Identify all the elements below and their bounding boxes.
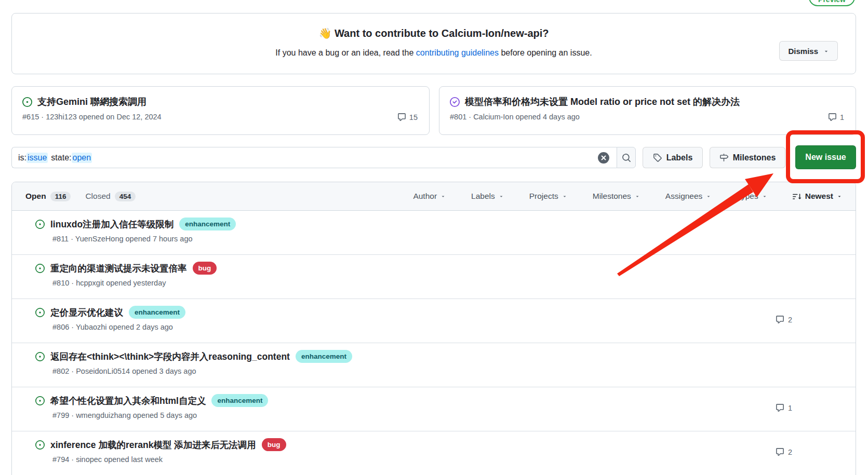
filter-milestones[interactable]: Milestones [593,192,640,201]
search-icon [622,153,631,162]
comment-count[interactable]: 2 [776,447,792,456]
comment-icon [828,113,837,121]
milestone-icon [719,153,728,162]
issue-title[interactable]: 重定向的渠道测试提示未设置倍率 [50,262,187,275]
issue-label-enhancement[interactable]: enhancement [296,350,352,363]
closed-count-badge: 454 [115,192,136,201]
filter-assignees[interactable]: Assignees [665,192,712,201]
comment-count[interactable]: 1 [776,403,792,412]
filter-author[interactable]: Author [413,192,446,201]
banner-subtitle: If you have a bug or an idea, read the c… [12,48,856,58]
closed-issues-tab[interactable]: Closed 454 [85,192,136,201]
issue-title[interactable]: 定价显示优化建议 [50,306,123,319]
milestones-button[interactable]: Milestones [710,147,785,168]
new-issue-button[interactable]: New issue [795,145,856,169]
open-count-badge: 116 [50,192,71,201]
pinned-issue-meta: #615 · 123hi123 opened on Dec 12, 2024 [22,113,419,121]
banner-subtitle-before: If you have a bug or an idea, read the [275,48,416,57]
comment-icon [776,447,784,456]
search-qualifier: state: [51,153,71,162]
chevron-down-icon [499,194,504,199]
filter-label: Projects [529,192,558,201]
issue-open-icon [22,97,32,107]
banner-subtitle-after: before opening an issue. [499,48,592,57]
preview-button[interactable]: Preview [809,0,855,6]
pinned-issue-card[interactable]: 模型倍率和价格均未设置 Model ratio or price not set… [439,86,856,135]
open-issues-tab[interactable]: Open 116 [25,192,71,201]
issue-label-enhancement[interactable]: enhancement [129,306,185,319]
labels-button-label: Labels [666,153,693,162]
issue-open-icon [35,308,45,317]
issue-label-enhancement[interactable]: enhancement [179,218,236,230]
pinned-issue-meta: #801 · Calcium-Ion opened 4 days ago [450,113,845,121]
comment-icon [397,113,406,121]
issue-title[interactable]: 希望个性化设置加入其余和html自定义 [50,395,206,407]
search-button[interactable] [617,147,636,168]
dismiss-label: Dismiss [788,47,818,56]
issue-label-enhancement[interactable]: enhancement [211,394,268,407]
search-input[interactable]: is:issuestate:open [11,147,617,168]
issue-row[interactable]: 定价显示优化建议 enhancement #806 · Yubaozhi ope… [12,299,856,343]
comment-count-value: 1 [788,404,792,412]
issue-label-bug[interactable]: bug [262,438,286,451]
pinned-issue-card[interactable]: 支持Gemini 聯網搜索調用 #615 · 123hi123 opened o… [11,86,430,135]
banner-title: 👋 Want to contribute to Calcium-Ion/new-… [12,27,856,39]
comment-count-value: 1 [840,113,844,121]
comment-count-value: 15 [409,113,418,121]
comment-count-value: 2 [788,448,792,456]
issue-open-icon [35,396,45,405]
search-qualifier: is: [18,153,26,162]
contributing-guidelines-link[interactable]: contributing guidelines [416,48,499,57]
issue-row[interactable]: 重定向的渠道测试提示未设置倍率 bug #810 · hcppxgit open… [12,255,856,299]
pinned-issue-title[interactable]: 模型倍率和价格均未设置 Model ratio or price not set… [465,96,740,108]
comment-count[interactable]: 2 [776,315,792,324]
chevron-down-icon [635,194,640,199]
issue-title[interactable]: xinference 加载的rerank模型 添加进来后无法调用 [50,439,256,451]
issue-meta: #811 · YuenSzeHong opened 7 hours ago [52,235,856,243]
issue-open-icon [35,440,45,450]
issue-row[interactable]: 返回存在<think><\think>字段内容并入reasoning_conte… [12,343,856,387]
comment-count[interactable]: 15 [397,113,418,121]
issue-label-bug[interactable]: bug [193,262,217,275]
labels-button[interactable]: Labels [643,147,703,168]
chevron-down-icon [823,48,829,54]
filter-types[interactable]: Types [737,192,767,201]
search-group: is:issuestate:open [11,147,636,168]
filter-label: Types [737,192,758,201]
comment-count[interactable]: 1 [828,113,844,121]
issues-list: Open 116 Closed 454 Author Labels Projec… [11,182,856,475]
chevron-down-icon [562,194,567,199]
filter-label: Labels [471,192,495,201]
clear-search-icon[interactable] [598,152,609,164]
issue-title[interactable]: 返回存在<think><\think>字段内容并入reasoning_conte… [50,350,290,363]
filter-projects[interactable]: Projects [529,192,567,201]
contribute-banner: 👋 Want to contribute to Calcium-Ion/new-… [11,13,856,74]
new-issue-label: New issue [805,153,846,162]
filter-label: Assignees [665,192,703,201]
issue-row[interactable]: 希望个性化设置加入其余和html自定义 enhancement #799 · w… [12,387,856,431]
sort-label: Newest [805,192,833,201]
comment-icon [776,315,784,324]
sort-dropdown[interactable]: Newest [793,192,842,201]
github-issues-page: Preview 👋 Want to contribute to Calcium-… [0,0,868,475]
pinned-issue-title[interactable]: 支持Gemini 聯網搜索調用 [37,96,146,108]
comment-icon [776,403,784,412]
filter-labels[interactable]: Labels [471,192,504,201]
issue-closed-icon [450,97,460,107]
filter-label: Milestones [593,192,631,201]
issue-title[interactable]: linuxdo注册加入信任等级限制 [50,218,173,230]
issue-row[interactable]: linuxdo注册加入信任等级限制 enhancement #811 · Yue… [12,211,856,255]
sort-desc-icon [793,192,802,201]
open-label: Open [25,192,46,201]
issue-meta: #802 · PoseidonLi0514 opened 3 days ago [52,367,856,375]
dismiss-button[interactable]: Dismiss [779,41,838,61]
search-token-issue: issue [26,153,48,163]
filter-bar: Author Labels Projects Milestones Assign… [413,192,842,201]
issues-list-header: Open 116 Closed 454 Author Labels Projec… [12,182,856,211]
issue-meta: #799 · wmengduizhang opened 5 days ago [52,411,856,419]
milestones-button-label: Milestones [733,153,776,162]
search-token-open: open [72,153,92,163]
issue-row[interactable]: xinference 加载的rerank模型 添加进来后无法调用 bug #79… [12,431,856,475]
issue-open-icon [35,264,45,273]
filter-label: Author [413,192,437,201]
